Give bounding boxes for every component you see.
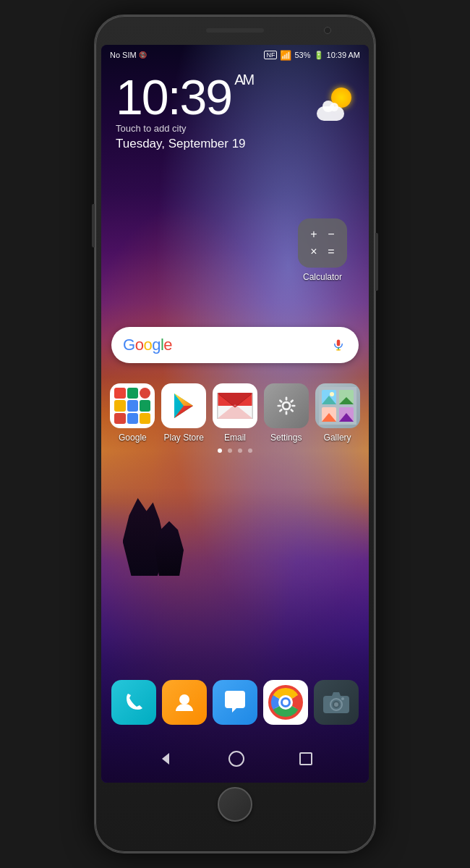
svg-rect-13 [285, 396, 287, 400]
status-bar: No SIM 📵 NF 📶 53% 🔋 10:39 AM [101, 45, 369, 65]
gf-maps [140, 388, 150, 399]
phone-icon [111, 680, 156, 725]
email-svg [217, 393, 253, 419]
email-icon [213, 383, 257, 428]
calculator-app[interactable]: + − × = Calculator [298, 218, 347, 282]
clock-date: Tuesday, September 19 [116, 137, 253, 151]
camera-svg [322, 690, 350, 715]
gf-item9 [140, 413, 150, 424]
phone-top-bar [95, 16, 375, 45]
home-circle-icon [228, 751, 244, 767]
dock-messages[interactable] [211, 680, 259, 725]
app-item-settings[interactable]: Settings [262, 383, 310, 443]
app-item-google[interactable]: Google [108, 383, 156, 443]
clock-status: 10:39 AM [327, 51, 360, 59]
svg-rect-20 [290, 409, 294, 413]
page-dot-2[interactable] [228, 448, 232, 453]
page-dots [101, 448, 369, 453]
calc-plus: + [307, 227, 321, 242]
calculator-icon: + − × = [298, 218, 347, 268]
svg-rect-0 [337, 340, 341, 346]
app-item-email[interactable]: Email [211, 383, 259, 443]
gallery-label: Gallery [324, 433, 351, 443]
app-item-gallery[interactable]: Gallery [314, 383, 362, 443]
status-left: No SIM 📵 [110, 51, 147, 59]
google-folder-icon [110, 383, 155, 428]
google-g: G [123, 336, 135, 354]
nav-back-button[interactable] [158, 751, 174, 767]
page-dot-4[interactable] [248, 448, 252, 453]
front-camera [324, 27, 331, 34]
dock-phone[interactable] [110, 680, 158, 725]
gf-docs [140, 400, 150, 411]
battery-percent: 53% [294, 51, 310, 59]
google-o2: o [143, 336, 152, 354]
google-search-bar[interactable]: Google [111, 327, 359, 363]
svg-point-24 [330, 392, 334, 396]
status-right: NF 📶 53% 🔋 10:39 AM [264, 50, 360, 61]
svg-marker-42 [162, 753, 169, 765]
settings-icon [264, 383, 309, 428]
chrome-icon [263, 680, 308, 725]
google-o1: o [135, 336, 144, 354]
app-row: Google [101, 383, 369, 443]
recents-square-icon [299, 752, 312, 765]
svg-rect-15 [277, 405, 281, 407]
clock-ampm: AM [234, 72, 253, 88]
calc-equals: = [324, 244, 338, 259]
weather-icon [317, 85, 354, 122]
svg-point-41 [341, 697, 344, 700]
clock-digits: 10:39 [116, 69, 231, 124]
nav-recents-button[interactable] [299, 752, 312, 765]
settings-label: Settings [270, 433, 302, 443]
speaker-grille [206, 28, 264, 33]
gallery-icon [315, 383, 360, 428]
google-g2: g [152, 336, 161, 354]
bottom-dock [101, 680, 369, 725]
phone-screen: No SIM 📵 NF 📶 53% 🔋 10:39 AM 10:39AM Tou… [101, 45, 369, 783]
email-label: Email [224, 433, 246, 443]
back-icon [158, 751, 174, 767]
sim-icon: 📵 [139, 51, 147, 59]
google-e: e [163, 336, 172, 354]
calc-minus: − [324, 227, 338, 242]
cloud-icon [317, 106, 344, 121]
messages-svg [221, 688, 249, 717]
signal-icon: 📶 [280, 50, 291, 61]
svg-rect-18 [290, 399, 294, 404]
svg-point-40 [334, 702, 338, 707]
settings-svg [273, 393, 299, 419]
nav-bar [101, 751, 369, 767]
dock-camera[interactable] [312, 680, 360, 725]
physical-home-button[interactable] [218, 787, 252, 822]
clock-time: 10:39AM [116, 72, 253, 122]
playstore-svg [168, 391, 199, 421]
nav-home-button[interactable] [228, 751, 244, 767]
gf-gmail [127, 388, 138, 399]
phone-svg [121, 689, 147, 715]
chrome-svg [268, 685, 303, 720]
page-dot-3[interactable] [238, 448, 242, 453]
contacts-icon [162, 680, 207, 725]
google-folder-label: Google [119, 433, 147, 443]
weather-widget[interactable] [317, 85, 354, 122]
svg-point-31 [179, 694, 189, 705]
svg-point-12 [283, 403, 289, 408]
page-dot-1[interactable] [218, 448, 222, 453]
battery-icon: 🔋 [314, 51, 324, 60]
mic-icon[interactable] [330, 336, 347, 354]
clock-subtitle: Touch to add city [116, 123, 253, 134]
no-sim-label: No SIM [110, 51, 137, 59]
gf-photos [127, 400, 138, 411]
calculator-label: Calculator [303, 272, 342, 282]
nfc-icon: NF [264, 51, 277, 59]
gf-youtube [114, 388, 125, 399]
app-item-playstore[interactable]: Play Store [160, 383, 208, 443]
dock-contacts[interactable] [161, 680, 208, 725]
gf-drive [114, 400, 125, 411]
svg-rect-16 [291, 405, 295, 407]
playstore-icon [161, 383, 206, 428]
clock-widget[interactable]: 10:39AM Touch to add city Tuesday, Septe… [116, 72, 253, 151]
gallery-svg [319, 387, 356, 425]
dock-chrome[interactable] [262, 680, 309, 725]
